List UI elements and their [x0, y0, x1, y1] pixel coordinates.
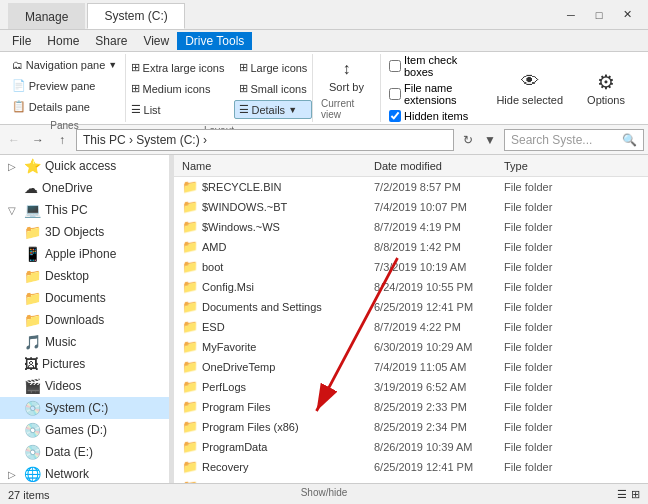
- table-row[interactable]: 📁 Program Files 8/25/2019 2:33 PM File f…: [174, 397, 648, 417]
- table-row[interactable]: 📁 Documents and Settings 6/25/2019 12:41…: [174, 297, 648, 317]
- folder-icon: 📁: [182, 239, 198, 254]
- folder-icon: 📁: [182, 299, 198, 314]
- item-checkboxes-option[interactable]: Item check boxes: [389, 53, 483, 79]
- table-row[interactable]: 📁 MyFavorite 6/30/2019 10:29 AM File fol…: [174, 337, 648, 357]
- menu-home[interactable]: Home: [39, 32, 87, 50]
- window-controls: ─ □ ✕: [558, 5, 640, 25]
- back-button[interactable]: ←: [4, 130, 24, 150]
- menu-share[interactable]: Share: [87, 32, 135, 50]
- sidebar-item-pictures[interactable]: 🖼 Pictures: [0, 353, 169, 375]
- expand-arrow-quick-access: ▷: [8, 161, 20, 172]
- minimize-button[interactable]: ─: [558, 5, 584, 25]
- ribbon-group-show-hide: Item check boxes File name extensions Hi…: [381, 54, 644, 122]
- close-button[interactable]: ✕: [614, 5, 640, 25]
- small-icons-button[interactable]: ⊞ Small icons: [234, 79, 313, 98]
- sidebar-item-this-pc[interactable]: ▽ 💻 This PC: [0, 199, 169, 221]
- file-date-cell: 8/26/2019 10:39 AM: [374, 441, 504, 453]
- table-row[interactable]: 📁 Config.Msi 8/24/2019 10:55 PM File fol…: [174, 277, 648, 297]
- chevron-down-icon: ▼: [108, 60, 117, 70]
- this-pc-icon: 💻: [24, 202, 41, 218]
- table-row[interactable]: 📁 AMD 8/8/2019 1:42 PM File folder: [174, 237, 648, 257]
- file-name-cell: 📁 System Volume Information: [174, 479, 374, 483]
- table-row[interactable]: 📁 $WINDOWS.~BT 7/4/2019 10:07 PM File fo…: [174, 197, 648, 217]
- table-row[interactable]: 📁 Recovery 6/25/2019 12:41 PM File folde…: [174, 457, 648, 477]
- navigation-pane-button[interactable]: 🗂 Navigation pane ▼: [7, 56, 122, 74]
- file-type-cell: File folder: [504, 341, 648, 353]
- col-type-header[interactable]: Type: [504, 160, 648, 172]
- file-name-cell: 📁 Recovery: [174, 459, 374, 474]
- file-name-extensions-option[interactable]: File name extensions: [389, 81, 483, 107]
- sidebar-item-videos[interactable]: 🎬 Videos: [0, 375, 169, 397]
- view-toggle-details[interactable]: ⊞: [631, 488, 640, 501]
- preview-pane-button[interactable]: 📄 Preview pane: [7, 76, 101, 95]
- hide-selected-button[interactable]: 👁 Hide selected: [489, 67, 570, 109]
- table-row[interactable]: 📁 PerfLogs 3/19/2019 6:52 AM File folder: [174, 377, 648, 397]
- medium-icons-button[interactable]: ⊞ Medium icons: [126, 79, 230, 98]
- tab-system-c[interactable]: System (C:): [87, 3, 184, 29]
- sidebar-item-system-c[interactable]: 💿 System (C:): [0, 397, 169, 419]
- large-icon: ⊞: [239, 61, 248, 74]
- view-toggle-list[interactable]: ☰: [617, 488, 627, 501]
- table-row[interactable]: 📁 $Windows.~WS 8/7/2019 4:19 PM File fol…: [174, 217, 648, 237]
- refresh-button[interactable]: ↻: [458, 130, 478, 150]
- sort-icon: ↕: [334, 57, 358, 81]
- file-rows-container: 📁 $RECYCLE.BIN 7/2/2019 8:57 PM File fol…: [174, 177, 648, 483]
- sidebar-item-data-e[interactable]: 💿 Data (E:): [0, 441, 169, 463]
- table-row[interactable]: 📁 $RECYCLE.BIN 7/2/2019 8:57 PM File fol…: [174, 177, 648, 197]
- hidden-items-option[interactable]: Hidden items: [389, 109, 483, 123]
- sidebar-item-desktop[interactable]: 📁 Desktop: [0, 265, 169, 287]
- apple-iphone-icon: 📱: [24, 246, 41, 262]
- table-row[interactable]: 📁 boot 7/3/2019 10:19 AM File folder: [174, 257, 648, 277]
- file-type-cell: File folder: [504, 281, 648, 293]
- table-row[interactable]: 📁 ProgramData 8/26/2019 10:39 AM File fo…: [174, 437, 648, 457]
- menu-file[interactable]: File: [4, 32, 39, 50]
- sidebar-item-downloads[interactable]: 📁 Downloads: [0, 309, 169, 331]
- sort-by-button[interactable]: ↕ Sort by: [322, 54, 371, 96]
- forward-button[interactable]: →: [28, 130, 48, 150]
- file-type-cell: File folder: [504, 401, 648, 413]
- downloads-icon: 📁: [24, 312, 41, 328]
- sidebar-item-documents[interactable]: 📁 Documents: [0, 287, 169, 309]
- search-icon[interactable]: 🔍: [622, 133, 637, 147]
- file-type-cell: File folder: [504, 301, 648, 313]
- table-row[interactable]: 📁 Program Files (x86) 8/25/2019 2:34 PM …: [174, 417, 648, 437]
- sidebar-item-apple-iphone[interactable]: 📱 Apple iPhone: [0, 243, 169, 265]
- col-date-header[interactable]: Date modified: [374, 160, 504, 172]
- sidebar-item-3d-objects[interactable]: 📁 3D Objects: [0, 221, 169, 243]
- menu-view[interactable]: View: [135, 32, 177, 50]
- file-list: 📁 $RECYCLE.BIN 7/2/2019 8:57 PM File fol…: [174, 177, 648, 483]
- search-bar[interactable]: Search Syste... 🔍: [504, 129, 644, 151]
- down-arrow-button[interactable]: ▼: [480, 130, 500, 150]
- maximize-button[interactable]: □: [586, 5, 612, 25]
- hidden-items-checkbox[interactable]: [389, 110, 401, 122]
- sidebar-item-network[interactable]: ▷ 🌐 Network: [0, 463, 169, 483]
- breadcrumb[interactable]: This PC › System (C:) ›: [76, 129, 454, 151]
- file-date-cell: 7/4/2019 10:07 PM: [374, 201, 504, 213]
- folder-icon: 📁: [182, 479, 198, 483]
- details-pane-button[interactable]: 📋 Details pane: [7, 97, 95, 116]
- item-checkboxes-checkbox[interactable]: [389, 60, 401, 72]
- options-button[interactable]: ⚙ Options: [580, 67, 632, 109]
- sidebar-item-quick-access[interactable]: ▷ ⭐ Quick access: [0, 155, 169, 177]
- table-row[interactable]: 📁 ESD 8/7/2019 4:22 PM File folder: [174, 317, 648, 337]
- extra-large-icons-button[interactable]: ⊞ Extra large icons: [126, 58, 230, 77]
- col-name-header[interactable]: Name: [174, 160, 374, 172]
- table-row[interactable]: 📁 System Volume Information 8/26/2019 9:…: [174, 477, 648, 483]
- ribbon: File Home Share View Drive Tools 🗂 Navig…: [0, 30, 648, 125]
- table-row[interactable]: 📁 OneDriveTemp 7/4/2019 11:05 AM File fo…: [174, 357, 648, 377]
- sidebar-item-music[interactable]: 🎵 Music: [0, 331, 169, 353]
- sidebar-item-onedrive[interactable]: ☁ OneDrive: [0, 177, 169, 199]
- folder-icon: 📁: [182, 379, 198, 394]
- file-name-extensions-checkbox[interactable]: [389, 88, 401, 100]
- tab-manage[interactable]: Manage: [8, 3, 85, 29]
- details-button[interactable]: ☰ Details ▼: [234, 100, 313, 119]
- list-button[interactable]: ☰ List: [126, 100, 230, 119]
- music-icon: 🎵: [24, 334, 41, 350]
- folder-icon: 📁: [182, 319, 198, 334]
- file-header: Name Date modified Type: [174, 155, 648, 177]
- sidebar-item-games-d[interactable]: 💿 Games (D:): [0, 419, 169, 441]
- title-tabs: Manage System (C:): [8, 0, 187, 29]
- up-button[interactable]: ↑: [52, 130, 72, 150]
- menu-drive-tools[interactable]: Drive Tools: [177, 32, 252, 50]
- large-icons-button[interactable]: ⊞ Large icons: [234, 58, 313, 77]
